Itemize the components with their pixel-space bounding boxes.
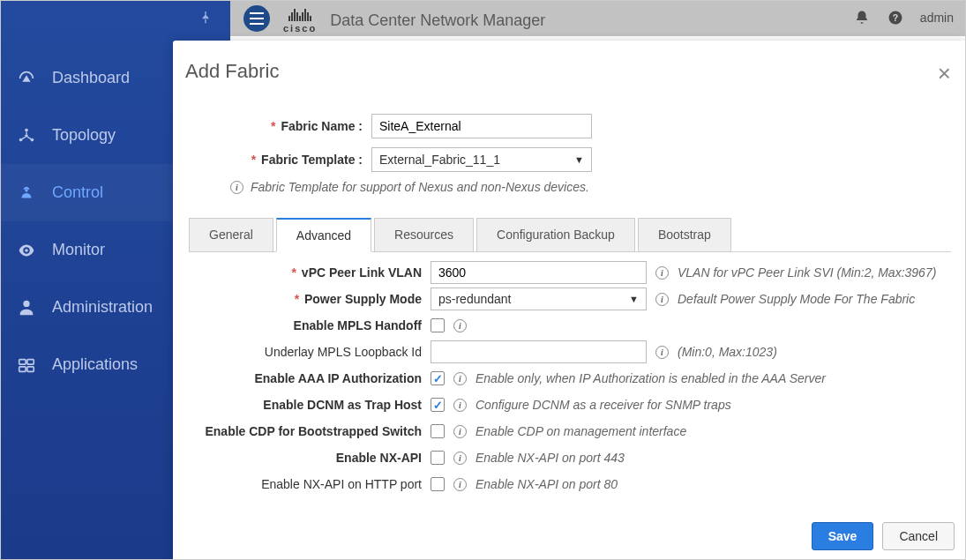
form-row: Enable DCNM as Trap HostiConfigure DCNM … xyxy=(199,392,951,418)
chevron-down-icon: ▼ xyxy=(574,154,584,165)
field-label: Enable MPLS Handoff xyxy=(199,318,431,332)
field-description: VLAN for vPC Peer Link SVI (Min:2, Max:3… xyxy=(678,265,936,280)
field-description: (Min:0, Max:1023) xyxy=(678,345,777,359)
sidebar-item-label: Topology xyxy=(52,126,116,145)
field-label: Enable DCNM as Trap Host xyxy=(199,398,431,412)
form-row: Underlay MPLS Loopback Idi(Min:0, Max:10… xyxy=(199,339,951,365)
cisco-logo: cisco xyxy=(283,7,317,34)
advanced-tab-content: * vPC Peer Link VLANiVLAN for vPC Peer L… xyxy=(189,252,951,512)
field-description: Enable only, when IP Authorization is en… xyxy=(476,371,826,385)
field-label: Enable NX-API xyxy=(199,451,431,465)
field-label: * Power Supply Mode xyxy=(199,292,431,306)
sidebar-item-label: Administration xyxy=(52,298,153,317)
control-icon xyxy=(17,183,36,203)
sidebar-item-label: Dashboard xyxy=(52,69,130,87)
tab-configuration-backup[interactable]: Configuration Backup xyxy=(476,218,635,252)
field-label: Underlay MPLS Loopback Id xyxy=(199,345,431,359)
info-icon[interactable]: i xyxy=(655,293,669,306)
form-row: Enable NX-API on HTTP portiEnable NX-API… xyxy=(199,471,951,497)
help-icon[interactable]: ? xyxy=(887,9,904,26)
info-icon[interactable]: i xyxy=(453,319,467,332)
form-row: Enable NX-APIiEnable NX-API on port 443 xyxy=(199,444,951,471)
tab-resources[interactable]: Resources xyxy=(374,218,474,252)
enable-nx-api-checkbox[interactable] xyxy=(431,451,445,465)
info-icon[interactable]: i xyxy=(453,452,467,465)
info-icon[interactable]: i xyxy=(655,346,669,359)
vpc-peer-link-vlan-input[interactable] xyxy=(431,261,647,284)
enable-mpls-handoff-checkbox[interactable] xyxy=(431,318,445,332)
svg-point-2 xyxy=(25,128,28,131)
sidebar-item-label: Monitor xyxy=(52,241,105,259)
underlay-mpls-loopback-id-input[interactable] xyxy=(431,340,647,363)
info-icon: i xyxy=(230,181,243,194)
form-row: Enable CDP for Bootstrapped SwitchiEnabl… xyxy=(199,418,951,444)
field-description: Enable CDP on management interface xyxy=(476,424,686,438)
form-row: Enable MPLS Handoffi xyxy=(199,312,951,339)
modal-title: Add Fabric xyxy=(185,60,279,83)
field-description: Enable NX-API on port 443 xyxy=(476,451,625,465)
info-icon[interactable]: i xyxy=(453,425,467,438)
svg-rect-7 xyxy=(27,359,34,364)
fabric-name-label: Fabric Name : xyxy=(281,119,363,133)
svg-rect-6 xyxy=(19,359,26,364)
dashboard-icon xyxy=(17,69,36,88)
close-button[interactable]: × xyxy=(931,56,958,91)
fabric-template-label: Fabric Template : xyxy=(261,153,363,167)
info-icon[interactable]: i xyxy=(453,372,467,385)
applications-icon xyxy=(17,355,36,375)
enable-cdp-for-bootstrapped-switch-checkbox[interactable] xyxy=(431,424,445,438)
fabric-name-input[interactable] xyxy=(371,114,592,138)
svg-rect-9 xyxy=(27,366,34,371)
hamburger-icon xyxy=(250,12,264,25)
save-button[interactable]: Save xyxy=(812,522,874,550)
field-label: * vPC Peer Link VLAN xyxy=(199,265,431,280)
svg-rect-8 xyxy=(19,366,26,371)
chevron-down-icon: ▼ xyxy=(629,294,639,304)
enable-nx-api-on-http-port-checkbox[interactable] xyxy=(431,477,445,491)
brand-name: cisco xyxy=(283,23,317,34)
info-icon[interactable]: i xyxy=(453,478,467,491)
form-row: * Power Supply Modeps-redundant▼iDefault… xyxy=(199,286,951,312)
tab-advanced[interactable]: Advanced xyxy=(276,218,371,252)
field-label: Enable NX-API on HTTP port xyxy=(199,477,431,491)
info-icon[interactable]: i xyxy=(655,266,669,280)
field-label: Enable AAA IP Authorization xyxy=(199,371,431,385)
form-row: Enable AAA IP AuthorizationiEnable only,… xyxy=(199,365,951,392)
power-supply-mode-select[interactable]: ps-redundant▼ xyxy=(431,287,647,310)
field-description: Default Power Supply Mode For The Fabric xyxy=(678,292,915,306)
app-title: Data Center Network Manager xyxy=(330,11,545,30)
field-description: Configure DCNM as a receiver for SNMP tr… xyxy=(476,398,731,412)
enable-dcnm-as-trap-host-checkbox[interactable] xyxy=(431,398,445,412)
brand: cisco Data Center Network Manager xyxy=(283,7,545,34)
svg-point-5 xyxy=(25,134,28,138)
sidebar-item-label: Control xyxy=(52,183,103,202)
fabric-template-value: External_Fabric_11_1 xyxy=(379,153,500,167)
field-label: Enable CDP for Bootstrapped Switch xyxy=(199,424,431,438)
fabric-template-select[interactable]: External_Fabric_11_1 ▼ xyxy=(371,147,592,172)
sidebar-item-label: Applications xyxy=(52,355,138,374)
add-fabric-modal: Add Fabric × * Fabric Name : * Fabric Te… xyxy=(173,41,966,560)
svg-text:?: ? xyxy=(893,12,898,23)
field-description: Enable NX-API on port 80 xyxy=(476,477,618,491)
tab-general[interactable]: General xyxy=(189,218,273,252)
pin-icon[interactable] xyxy=(198,10,213,26)
template-hint: Fabric Template for support of Nexus and… xyxy=(251,180,589,194)
enable-aaa-ip-authorization-checkbox[interactable] xyxy=(431,371,445,385)
user-label[interactable]: admin xyxy=(920,11,954,25)
select-value: ps-redundant xyxy=(438,292,512,306)
info-icon[interactable]: i xyxy=(453,399,467,412)
cancel-button[interactable]: Cancel xyxy=(882,522,955,550)
topology-icon xyxy=(17,126,36,146)
administration-icon xyxy=(17,298,36,317)
form-row: * vPC Peer Link VLANiVLAN for vPC Peer L… xyxy=(199,259,951,286)
monitor-icon xyxy=(17,241,36,260)
tab-bootstrap[interactable]: Bootstrap xyxy=(638,218,731,252)
notifications-icon[interactable] xyxy=(853,9,871,26)
tabs: GeneralAdvancedResourcesConfiguration Ba… xyxy=(189,217,951,252)
menu-toggle-button[interactable] xyxy=(243,5,270,32)
